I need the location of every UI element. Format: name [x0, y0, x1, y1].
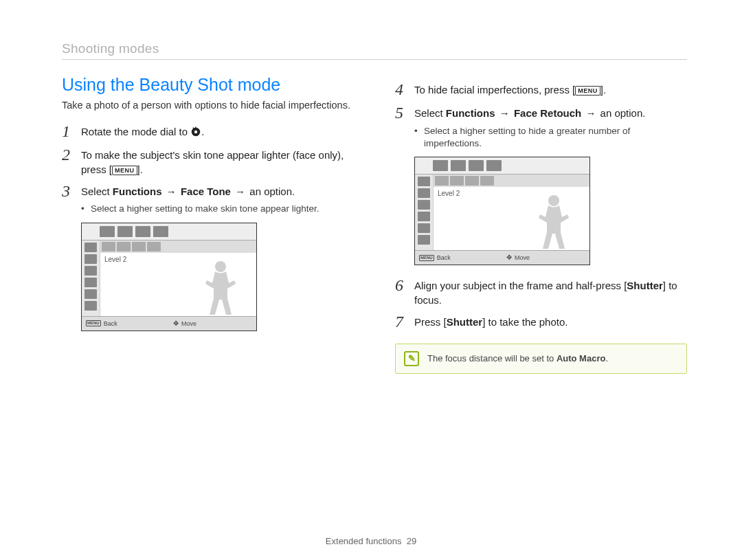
step-text-pre: Select — [81, 186, 113, 197]
step-7: 7 Press [Shutter] to take the photo. — [395, 313, 687, 331]
option-icon — [465, 176, 479, 186]
sidebar-icon — [85, 289, 97, 299]
mock-top-tab — [117, 226, 133, 237]
mock-top-tab — [135, 226, 150, 237]
step-body: Rotate the mode dial to . — [81, 122, 354, 139]
step-number: 1 — [62, 122, 81, 140]
camera-screen: Level 2 MENU Back ✥ Mov — [81, 223, 257, 331]
section-title: Using the Beauty Shot mode — [62, 75, 354, 95]
step-text-post: ] to take the photo. — [482, 316, 567, 328]
step-text: Rotate the mode dial to — [81, 126, 190, 137]
sidebar-icon — [418, 177, 430, 186]
mock-top-tab — [486, 160, 502, 171]
step-bold-face-retouch: Face Retouch — [514, 107, 581, 119]
option-icon — [117, 242, 131, 251]
sidebar-icon — [85, 266, 97, 276]
footer-page-number: 29 — [407, 536, 416, 546]
step-3: 3 Select Functions → Face Tone → an opti… — [62, 182, 354, 200]
mock-option-bar — [434, 175, 589, 187]
mock-bottom-bar: MENU Back ✥ Move — [82, 316, 256, 331]
mock-top-tab — [153, 226, 168, 237]
step-bold-shutter: Shutter — [447, 316, 483, 328]
sidebar-icon — [85, 278, 97, 287]
person-silhouette-icon — [201, 260, 240, 316]
mock-topbar — [82, 223, 256, 240]
step-text-post: . — [201, 126, 204, 137]
step-number: 4 — [395, 80, 414, 98]
mock-move-group: ✥ Move — [169, 320, 256, 327]
mock-top-tab — [100, 226, 115, 237]
menu-button-icon: MENU — [112, 166, 137, 175]
mock-top-tab — [469, 160, 484, 171]
step-number: 5 — [395, 104, 414, 122]
mock-canvas: Level 2 — [100, 240, 256, 316]
mock-back-group: MENU Back — [82, 320, 169, 327]
sidebar-icon — [418, 188, 430, 198]
person-silhouette-icon — [535, 194, 573, 250]
camera-screen-mock-face-tone: Level 2 MENU Back ✥ Mov — [81, 223, 354, 331]
step-number: 3 — [62, 182, 81, 200]
sidebar-icon — [418, 212, 430, 221]
two-column-layout: Using the Beauty Shot mode Take a photo … — [62, 75, 687, 374]
mock-bottom-bar: MENU Back ✥ Move — [415, 250, 589, 265]
step-text-post: ]. — [600, 84, 606, 96]
camera-screen: Level 2 MENU Back ✥ Mov — [414, 157, 590, 265]
step-3-sub-bullet: Select a higher setting to make skin ton… — [91, 203, 354, 215]
step-6: 6 Align your subject in the frame and ha… — [395, 276, 687, 307]
mock-sidebar — [415, 175, 434, 250]
option-icon — [450, 176, 464, 186]
step-text: Align your subject in the frame and half… — [414, 280, 627, 291]
sidebar-icon — [418, 223, 430, 233]
arrow-icon: → — [162, 186, 181, 197]
mock-back-label: Back — [104, 320, 117, 327]
step-number: 6 — [395, 276, 414, 294]
note-text: The focus distance will be set to Auto M… — [427, 353, 608, 363]
step-1: 1 Rotate the mode dial to . — [62, 122, 354, 140]
step-body: Select Functions → Face Tone → an option… — [81, 182, 354, 199]
step-body: Align your subject in the frame and half… — [414, 276, 687, 307]
step-bold-face-tone: Face Tone — [181, 186, 231, 197]
step-number: 7 — [395, 313, 414, 331]
step-5: 5 Select Functions → Face Retouch → an o… — [395, 104, 687, 122]
left-column: Using the Beauty Shot mode Take a photo … — [62, 75, 354, 374]
svg-point-1 — [194, 130, 197, 133]
step-body: Select Functions → Face Retouch → an opt… — [414, 104, 687, 120]
step-text: Press [ — [414, 316, 447, 328]
manual-page: Shooting modes Using the Beauty Shot mod… — [0, 0, 742, 560]
option-icon — [480, 176, 494, 186]
mock-sidebar — [82, 240, 100, 316]
mock-top-tab — [451, 160, 466, 171]
note-bold: Auto Macro — [556, 353, 606, 363]
step-5-sub-bullet: Select a higher setting to hide a greate… — [424, 125, 687, 150]
step-text-post: an option. — [600, 107, 646, 119]
note-box: ✎ The focus distance will be set to Auto… — [395, 344, 687, 374]
step-4: 4 To hide facial imperfections, press [M… — [395, 80, 687, 98]
mock-move-group: ✥ Move — [502, 254, 589, 261]
mock-mid: Level 2 — [82, 240, 256, 316]
option-icon — [102, 242, 115, 251]
right-column: 4 To hide facial imperfections, press [M… — [395, 75, 687, 374]
svg-point-5 — [548, 195, 559, 206]
step-body: Press [Shutter] to take the photo. — [414, 313, 687, 329]
sidebar-icon — [85, 254, 97, 264]
svg-rect-2 — [196, 126, 196, 128]
step-text-post: ]. — [137, 164, 143, 175]
step-number: 2 — [62, 146, 81, 164]
option-icon — [132, 242, 146, 251]
svg-point-4 — [215, 261, 226, 272]
sidebar-icon — [85, 243, 97, 252]
mock-canvas: Level 2 — [434, 175, 589, 250]
note-text-pre: The focus distance will be set to — [427, 353, 556, 363]
note-icon: ✎ — [404, 351, 419, 366]
sidebar-icon — [418, 235, 430, 245]
camera-screen-mock-face-retouch: Level 2 MENU Back ✥ Mov — [414, 157, 687, 265]
mock-back-label: Back — [437, 254, 451, 261]
page-footer: Extended functions 29 — [0, 536, 742, 546]
mock-move-label: Move — [181, 320, 196, 327]
mock-topbar — [415, 157, 589, 175]
sidebar-icon — [85, 301, 97, 311]
mini-menu-icon: MENU — [86, 320, 101, 326]
mock-mid: Level 2 — [415, 175, 589, 250]
breadcrumb: Shooting modes — [62, 41, 687, 60]
step-text-pre: Select — [414, 107, 446, 119]
